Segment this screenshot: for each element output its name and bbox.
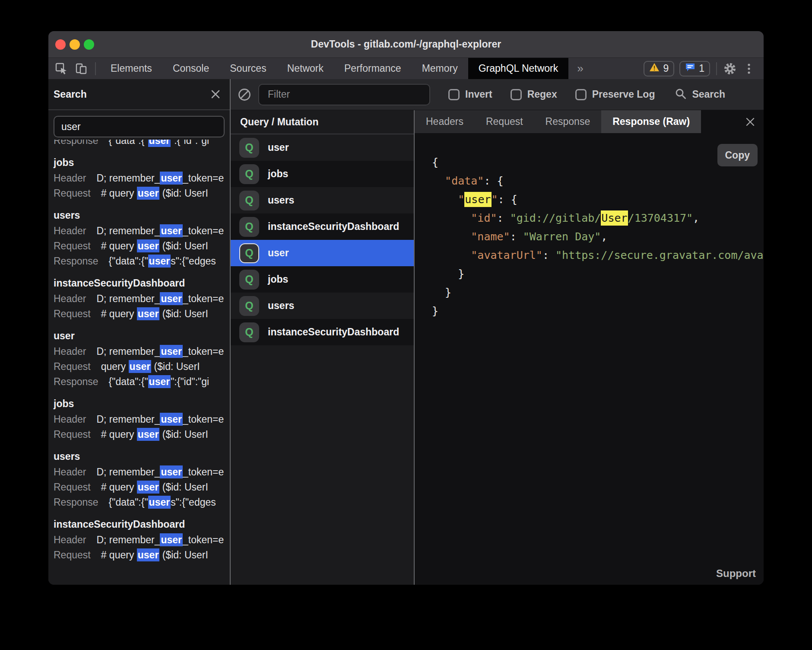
search-result-line[interactable]: HeaderD; remember_user_token=e — [54, 465, 230, 480]
query-list-item-jobs[interactable]: Qjobs — [231, 161, 414, 187]
result-line-label: Request — [54, 549, 91, 561]
window-title: DevTools - gitlab.com/-/graphql-explorer — [311, 38, 501, 50]
devtools-tab-console[interactable]: Console — [162, 58, 219, 79]
result-line-label: Request — [54, 240, 91, 252]
warnings-badge[interactable]: 9 — [644, 61, 674, 76]
result-line-label: Header — [54, 534, 86, 545]
query-type-icon: Q — [239, 164, 259, 184]
devtools-tab-elements[interactable]: Elements — [100, 58, 162, 79]
filter-input[interactable] — [258, 84, 430, 105]
inspect-element-icon[interactable] — [54, 62, 68, 76]
search-result-line[interactable]: HeaderD; remember_user_token=e — [54, 412, 230, 427]
kebab-menu-icon[interactable] — [742, 62, 756, 76]
response-raw-content: { "data": { "user": { "id": "gid://gitla… — [415, 133, 764, 585]
search-panel-header: Search — [48, 79, 230, 110]
minimize-window-button[interactable] — [70, 39, 80, 50]
clear-log-icon[interactable] — [238, 88, 251, 102]
result-line-label: Header — [54, 172, 86, 184]
result-line-content: D; remember_user_token=e — [96, 345, 224, 358]
search-result-line[interactable]: Request# query user ($id: UserI — [54, 548, 230, 563]
settings-gear-icon[interactable] — [723, 62, 737, 76]
result-line-content: D; remember_user_token=e — [96, 413, 224, 426]
search-result-line[interactable]: Response{"data":{"users":{"edges — [54, 495, 230, 510]
detail-tabs-filler — [701, 110, 764, 133]
result-line-content: # query user ($id: UserI — [101, 307, 208, 320]
screen: { "window": { "title": "DevTools - gitla… — [0, 0, 812, 650]
detail-tab-request[interactable]: Request — [475, 110, 534, 133]
checkbox-preserve-log[interactable]: Preserve Log — [575, 89, 655, 100]
search-result-group-title: jobs — [54, 395, 230, 412]
search-result-group-title: instanceSecurityDashboard — [54, 275, 230, 291]
query-list-item-instancesecuritydashboard[interactable]: QinstanceSecurityDashboard — [231, 319, 414, 345]
devtools-tab-network[interactable]: Network — [277, 58, 334, 79]
search-result-line[interactable]: Requestquery user ($id: UserI — [54, 359, 230, 374]
search-panel-body: Response{"data":{"user":{"id":"gijobsHea… — [48, 110, 230, 585]
query-list-item-label: users — [268, 194, 294, 206]
close-detail-panel-button[interactable] — [745, 116, 756, 127]
devtools-tab-sources[interactable]: Sources — [219, 58, 276, 79]
detail-tab-response[interactable]: Response — [534, 110, 602, 133]
zoom-window-button[interactable] — [84, 39, 94, 50]
result-line-label: Response — [54, 140, 98, 146]
toolbar-separator — [95, 62, 96, 75]
query-list-item-users[interactable]: Qusers — [231, 187, 414, 213]
result-line-content: # query user ($id: UserI — [101, 548, 208, 561]
query-list-item-user[interactable]: Quser — [231, 240, 414, 266]
filter-checkboxes: InvertRegexPreserve Log — [430, 89, 655, 100]
search-input[interactable] — [54, 116, 225, 137]
main-area: Search Response{"data":{"user":{"id":"gi… — [48, 79, 764, 585]
filter-search-button[interactable]: Search — [675, 88, 725, 102]
search-result-line[interactable]: HeaderD; remember_user_token=e — [54, 344, 230, 359]
search-result-line[interactable]: HeaderD; remember_user_token=e — [54, 291, 230, 306]
detail-tab-headers[interactable]: Headers — [415, 110, 475, 133]
query-list-item-instancesecuritydashboard[interactable]: QinstanceSecurityDashboard — [231, 213, 414, 240]
result-line-label: Header — [54, 414, 86, 425]
checkbox-label: Preserve Log — [592, 89, 655, 100]
search-result-line[interactable]: Response{"data":{"user":{"id":"gi — [54, 140, 230, 148]
search-result-line[interactable]: Response{"data":{"users":{"edges — [54, 254, 230, 269]
search-result-line[interactable]: Response{"data":{"user":{"id":"gi — [54, 374, 230, 389]
result-line-label: Response — [54, 255, 98, 267]
close-search-panel-button[interactable] — [210, 89, 221, 100]
toolbar-right: 9 1 — [644, 58, 764, 79]
search-result-line[interactable]: HeaderD; remember_user_token=e — [54, 223, 230, 239]
devtools-tab-memory[interactable]: Memory — [412, 58, 468, 79]
filter-bar: InvertRegexPreserve Log Search — [231, 79, 764, 110]
search-result-line[interactable]: HeaderD; remember_user_token=e — [54, 171, 230, 186]
warnings-count: 9 — [663, 63, 669, 74]
result-line-label: Request — [54, 429, 91, 440]
messages-badge[interactable]: 1 — [679, 61, 710, 76]
search-panel-title: Search — [54, 89, 87, 100]
copy-button[interactable]: Copy — [717, 144, 758, 166]
devtools-tab-graphql-network[interactable]: GraphQL Network — [468, 58, 569, 79]
result-line-content: {"data":{"user":{"id":"gi — [109, 375, 209, 388]
support-link[interactable]: Support — [716, 567, 756, 580]
checkbox-invert[interactable]: Invert — [448, 89, 492, 100]
search-results: Response{"data":{"user":{"id":"gijobsHea… — [48, 140, 230, 585]
close-window-button[interactable] — [55, 39, 66, 50]
search-result-line[interactable]: Request# query user ($id: UserI — [54, 427, 230, 442]
result-line-content: # query user ($id: UserI — [101, 239, 208, 252]
query-list-item-user[interactable]: Quser — [231, 134, 414, 161]
message-bubble-icon — [685, 63, 695, 75]
search-result-line[interactable]: Request# query user ($id: UserI — [54, 306, 230, 322]
query-list-item-label: instanceSecurityDashboard — [268, 326, 399, 338]
search-result-line[interactable]: Request# query user ($id: UserI — [54, 239, 230, 254]
query-list-item-jobs[interactable]: Qjobs — [231, 266, 414, 293]
query-list-item-users[interactable]: Qusers — [231, 293, 414, 319]
device-toolbar-icon[interactable] — [74, 62, 88, 76]
more-tabs-button[interactable]: » — [568, 58, 592, 79]
query-mutation-panel: Query / Mutation QuserQjobsQusersQinstan… — [231, 110, 414, 585]
result-line-label: Header — [54, 225, 86, 236]
search-result-line[interactable]: Request# query user ($id: UserI — [54, 186, 230, 201]
devtools-window: DevTools - gitlab.com/-/graphql-explorer… — [48, 31, 764, 585]
checkbox-regex[interactable]: Regex — [511, 89, 557, 100]
detail-tab-response-raw[interactable]: Response (Raw) — [601, 110, 701, 133]
result-line-label: Request — [54, 481, 91, 493]
network-area: InvertRegexPreserve Log Search Query / M… — [231, 79, 764, 585]
search-panel: Search Response{"data":{"user":{"id":"gi… — [48, 79, 230, 585]
devtools-tab-performance[interactable]: Performance — [334, 58, 412, 79]
result-line-label: Response — [54, 376, 98, 387]
search-result-line[interactable]: Request# query user ($id: UserI — [54, 480, 230, 495]
search-result-line[interactable]: HeaderD; remember_user_token=e — [54, 532, 230, 548]
